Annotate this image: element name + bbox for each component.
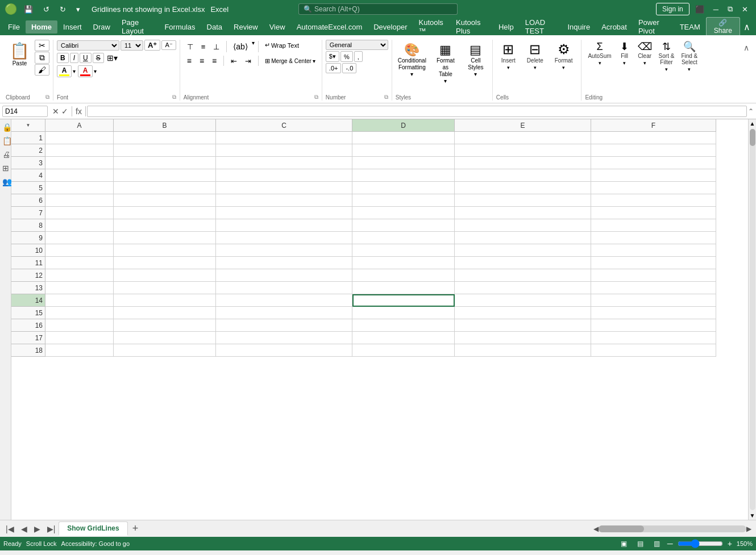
cell-F11[interactable] <box>591 257 716 269</box>
zoom-out-btn[interactable]: ─ <box>667 539 673 548</box>
minimize-btn[interactable]: ─ <box>710 4 722 15</box>
cell-B18[interactable] <box>114 344 216 357</box>
cell-A7[interactable] <box>45 207 114 219</box>
add-sheet-button[interactable]: + <box>129 523 142 535</box>
cell-F12[interactable] <box>591 269 716 282</box>
cell-E2[interactable] <box>455 144 591 157</box>
cell-D13[interactable] <box>352 282 455 294</box>
cell-A10[interactable] <box>45 244 114 257</box>
cell-B8[interactable] <box>114 219 216 232</box>
cell-D14[interactable] <box>352 294 455 307</box>
cell-B2[interactable] <box>114 144 216 157</box>
cell-D8[interactable] <box>352 219 455 232</box>
format-cells-button[interactable]: ⚙ Format ▾ <box>550 40 578 73</box>
bold-button[interactable]: B <box>57 53 69 63</box>
menu-developer[interactable]: Developer <box>368 20 413 34</box>
cell-E4[interactable] <box>455 169 591 182</box>
cell-F13[interactable] <box>591 282 716 294</box>
col-header-D[interactable]: D <box>352 119 455 132</box>
cell-C11[interactable] <box>216 257 352 269</box>
insert-cells-arrow[interactable]: ▾ <box>507 65 510 70</box>
row-header-5[interactable]: 5 <box>11 182 45 194</box>
row-header-6[interactable]: 6 <box>11 194 45 207</box>
cell-B13[interactable] <box>114 282 216 294</box>
shrink-font-button[interactable]: A⁻ <box>161 40 176 50</box>
cell-E1[interactable] <box>455 132 591 144</box>
cell-E17[interactable] <box>455 332 591 344</box>
h-scroll-right-btn[interactable]: ▶ <box>746 525 751 533</box>
cell-F8[interactable] <box>591 219 716 232</box>
cell-D16[interactable] <box>352 319 455 332</box>
format-table-arrow[interactable]: ▾ <box>444 78 447 84</box>
menu-formulas[interactable]: Formulas <box>159 20 201 34</box>
increase-decimal-btn[interactable]: .0+ <box>326 63 342 73</box>
cell-E10[interactable] <box>455 244 591 257</box>
menu-view[interactable]: View <box>264 20 291 34</box>
strikethrough-button[interactable]: S <box>93 53 104 63</box>
cell-A18[interactable] <box>45 344 114 357</box>
cell-D3[interactable] <box>352 157 455 169</box>
cell-C3[interactable] <box>216 157 352 169</box>
row-header-17[interactable]: 17 <box>11 332 45 344</box>
cell-E6[interactable] <box>455 194 591 207</box>
font-expander[interactable]: ⧉ <box>172 94 176 101</box>
underline-button[interactable]: U <box>80 53 92 63</box>
center-align-button[interactable]: ≡ <box>196 55 207 67</box>
right-align-button[interactable]: ≡ <box>209 55 220 67</box>
menu-review[interactable]: Review <box>228 20 264 34</box>
share-button[interactable]: 🔗 Share <box>706 17 740 36</box>
search-box[interactable]: 🔍 <box>298 3 458 15</box>
cell-A12[interactable] <box>45 269 114 282</box>
cell-E16[interactable] <box>455 319 591 332</box>
cell-C2[interactable] <box>216 144 352 157</box>
cell-D9[interactable] <box>352 232 455 244</box>
comma-btn[interactable]: , <box>354 51 363 62</box>
cell-A13[interactable] <box>45 282 114 294</box>
cell-E7[interactable] <box>455 207 591 219</box>
fill-color-button[interactable]: A <box>57 65 72 77</box>
cell-reference-box[interactable] <box>2 106 48 117</box>
signin-button[interactable]: Sign in <box>656 3 689 15</box>
cell-B4[interactable] <box>114 169 216 182</box>
find-select-button[interactable]: 🔍 Find &Select ▾ <box>678 40 700 74</box>
font-color-arrow[interactable]: ▾ <box>94 68 97 74</box>
cell-D2[interactable] <box>352 144 455 157</box>
cell-A6[interactable] <box>45 194 114 207</box>
row-header-18[interactable]: 18 <box>11 344 45 357</box>
menu-load-test[interactable]: LOAD TEST <box>520 16 562 37</box>
row-header-15[interactable]: 15 <box>11 307 45 319</box>
vertical-scrollbar[interactable]: ▲ ▼ <box>748 119 756 520</box>
cut-button[interactable]: ✂ <box>35 40 49 51</box>
cell-A2[interactable] <box>45 144 114 157</box>
cell-B17[interactable] <box>114 332 216 344</box>
cell-B9[interactable] <box>114 232 216 244</box>
menu-power-pivot[interactable]: Power Pivot <box>633 16 674 37</box>
delete-cells-button[interactable]: ⊟ Delete ▾ <box>522 40 549 73</box>
cell-D5[interactable] <box>352 182 455 194</box>
increase-indent-button[interactable]: ⇥ <box>242 55 255 67</box>
autosum-arrow[interactable]: ▾ <box>599 60 601 66</box>
col-header-A[interactable]: A <box>45 119 114 132</box>
col-header-B[interactable]: B <box>114 119 216 132</box>
cell-C13[interactable] <box>216 282 352 294</box>
row-header-14[interactable]: 14 <box>11 294 45 307</box>
cell-A5[interactable] <box>45 182 114 194</box>
font-family-select[interactable]: Calibri <box>57 40 119 51</box>
cell-D11[interactable] <box>352 257 455 269</box>
cell-A8[interactable] <box>45 219 114 232</box>
cell-E8[interactable] <box>455 219 591 232</box>
cell-A4[interactable] <box>45 169 114 182</box>
formula-input[interactable] <box>87 106 747 117</box>
cell-C10[interactable] <box>216 244 352 257</box>
row-header-1[interactable]: 1 <box>11 132 45 144</box>
v-scroll-down-btn[interactable]: ▼ <box>749 511 756 520</box>
cell-F15[interactable] <box>591 307 716 319</box>
collapse-ribbon-btn[interactable]: ∧ <box>740 42 753 53</box>
cell-D10[interactable] <box>352 244 455 257</box>
cell-C9[interactable] <box>216 232 352 244</box>
v-scroll-up-btn[interactable]: ▲ <box>749 119 756 128</box>
conditional-formatting-button[interactable]: 🎨 ConditionalFormatting ▾ <box>396 40 429 80</box>
select-all-cell[interactable]: ▼ <box>11 119 45 132</box>
cell-B3[interactable] <box>114 157 216 169</box>
page-break-view-btn[interactable]: ▥ <box>651 539 663 549</box>
